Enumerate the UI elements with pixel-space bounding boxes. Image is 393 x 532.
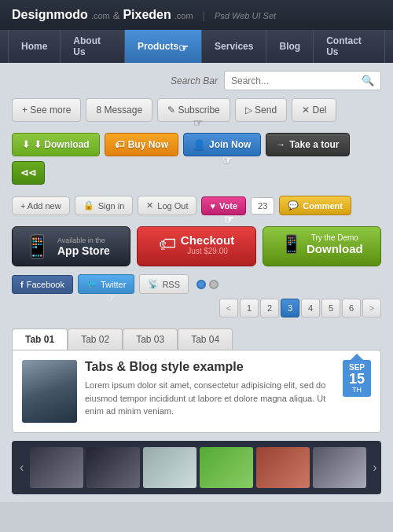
comment-icon: 💬 [288, 200, 299, 211]
tab-04[interactable]: Tab 04 [178, 328, 233, 350]
search-input[interactable] [231, 75, 362, 86]
brand2-com: .com [174, 11, 193, 20]
thumbnail-2[interactable] [86, 447, 140, 488]
radio-1[interactable] [196, 280, 206, 289]
thumbnail-5[interactable] [256, 447, 310, 488]
page-5-button[interactable]: 5 [321, 299, 340, 317]
twitter-button[interactable]: 🐦 Twitter ☞ [78, 274, 134, 294]
page-4-button[interactable]: 4 [301, 299, 320, 317]
take-tour-button[interactable]: → Take a tour [266, 133, 349, 156]
try-demo-button[interactable]: 📱 Try the Demo Download [263, 226, 381, 266]
tab-date: SEP 15 TH [343, 360, 371, 397]
page-2-button[interactable]: 2 [260, 299, 279, 317]
date-day: 15 [349, 372, 365, 386]
user-icon: 👤 [193, 139, 205, 150]
join-now-button[interactable]: 👤 Join Now ☞ [183, 133, 261, 156]
join-now-label: Join Now [209, 139, 251, 150]
subscribe-label: ✎ Subscribe [167, 105, 220, 116]
thumbnail-strip: ‹ › [12, 441, 381, 494]
arrow-icon: → [276, 139, 285, 150]
tab-image-visual [22, 360, 77, 423]
log-out-label: Log Out [157, 201, 188, 211]
tab-02[interactable]: Tab 02 [68, 328, 123, 350]
cursor-icon-join: ☞ [222, 154, 233, 167]
brand: Designmodo .com & Pixeden .com | Psd Web… [12, 8, 276, 22]
prev-thumb-button[interactable]: ‹ [17, 460, 27, 475]
appstore-small: Available in the [57, 237, 110, 244]
tab-03[interactable]: Tab 03 [123, 328, 178, 350]
thumbnail-6[interactable] [313, 447, 366, 488]
sign-in-label: Sign in [98, 201, 125, 211]
cursor-icon-twitter: ☞ [106, 292, 116, 304]
phone-icon-demo: 📱 [281, 234, 302, 255]
thumbnail-4[interactable] [200, 447, 253, 488]
nav-contact[interactable]: Contact Us [314, 30, 385, 63]
heart-icon: ♥ [210, 201, 215, 211]
next-page-button[interactable]: > [362, 299, 381, 317]
page-6-button[interactable]: 6 [342, 299, 361, 317]
btn-row-3: + Add new 🔒 Sign in ✕ Log Out ♥ Vote ☞ 2… [12, 196, 381, 215]
demo-small: Try the Demo [307, 233, 363, 242]
del-button[interactable]: ✕ Del [292, 98, 336, 122]
thumbnail-1[interactable] [30, 447, 83, 488]
facebook-button[interactable]: f Facebook [12, 275, 73, 294]
rss-icon: 📡 [148, 279, 159, 289]
download-icon: ⬇ [22, 139, 30, 150]
rss-button[interactable]: 📡 RSS [139, 274, 189, 294]
tab-content: Tabs & Blog style example Lorem ipsum do… [12, 350, 381, 433]
search-row: Search Bar 🔍 [12, 71, 381, 90]
tab-01[interactable]: Tab 01 [12, 328, 68, 350]
share-button[interactable]: ⊲⊲ [12, 161, 45, 185]
twitter-icon: 🐦 [86, 279, 97, 289]
vote-label: Vote [219, 201, 237, 211]
buy-now-button[interactable]: 🏷 Buy Now [105, 133, 178, 156]
radio-group [196, 280, 219, 289]
appstore-button[interactable]: 📱 Available in the App Store [12, 226, 130, 266]
rss-label: RSS [162, 280, 180, 289]
nav-home[interactable]: Home [8, 30, 61, 63]
vote-count: 23 [251, 197, 274, 215]
thumbnail-3[interactable] [143, 447, 196, 488]
download-button[interactable]: ⬇ ⬇ Download [12, 133, 100, 156]
comment-button[interactable]: 💬 Comment [279, 196, 351, 215]
log-out-button[interactable]: ✕ Log Out [138, 196, 196, 215]
brand-subtitle: Psd Web UI Set [215, 11, 276, 20]
radio-2[interactable] [209, 280, 219, 289]
tag-icon-checkout: 🏷 [159, 234, 176, 255]
nav-products[interactable]: Products ☞ [125, 30, 202, 63]
tab-title: Tabs & Blog style example [85, 360, 335, 374]
take-tour-label: Take a tour [289, 139, 339, 150]
nav-about[interactable]: About Us [61, 30, 125, 63]
date-suffix: TH [352, 386, 362, 394]
message-button[interactable]: 8 Message [86, 98, 152, 122]
vote-button[interactable]: ♥ Vote ☞ [201, 196, 246, 215]
checkout-big: Checkout [181, 233, 234, 247]
page-1-button[interactable]: 1 [240, 299, 259, 317]
prev-page-button[interactable]: < [219, 299, 238, 317]
checkout-button[interactable]: 🏷 Checkout Just $29.00 [137, 226, 255, 266]
nav-blog[interactable]: Blog [266, 30, 314, 63]
search-wrap: 🔍 [224, 71, 381, 90]
facebook-icon: f [20, 280, 24, 289]
add-new-button[interactable]: + Add new [12, 196, 70, 215]
brand2-name: Pixeden [123, 8, 171, 22]
send-button[interactable]: ▷ Send [235, 98, 287, 122]
demo-big: Download [307, 242, 363, 255]
search-icon[interactable]: 🔍 [362, 75, 374, 86]
cursor-icon: ☞ [178, 42, 189, 54]
page-3-button[interactable]: 3 [281, 299, 299, 317]
lock-icon: 🔒 [83, 200, 94, 211]
download-label: ⬇ Download [34, 139, 90, 150]
brand1-name: Designmodo [12, 8, 88, 22]
next-thumb-button[interactable]: › [369, 460, 380, 475]
appstore-big: App Store [57, 244, 110, 257]
tab-date-block: SEP 15 TH [343, 360, 371, 397]
subscribe-button[interactable]: ✎ Subscribe ☞ [157, 98, 230, 122]
cursor-icon-subscribe: ☞ [193, 116, 204, 129]
add-new-label: + Add new [20, 201, 61, 211]
sign-in-button[interactable]: 🔒 Sign in [75, 196, 134, 215]
see-more-button[interactable]: + See more [12, 98, 81, 122]
brand-sep: | [203, 9, 205, 21]
nav: Home About Us Products ☞ Services Blog C… [0, 30, 393, 63]
nav-services[interactable]: Services [202, 30, 266, 63]
